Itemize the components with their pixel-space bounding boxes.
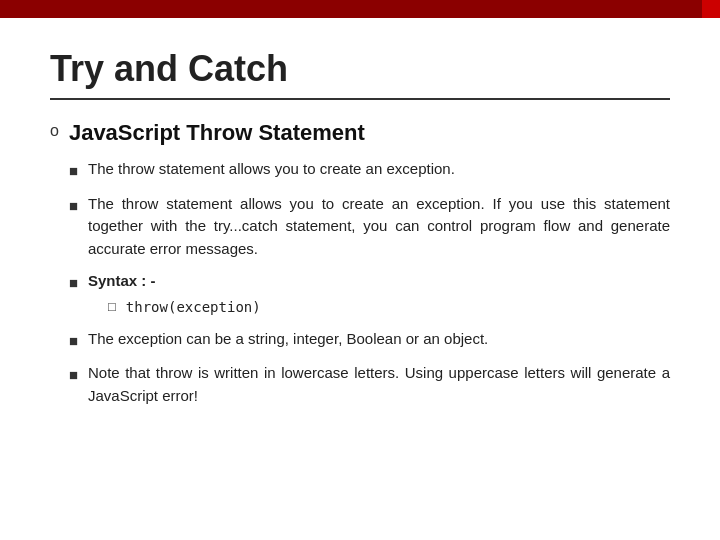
- outer-bullet: o: [50, 122, 59, 140]
- syntax-code: throw(exception): [126, 297, 261, 318]
- section-heading: JavaScript Throw Statement: [69, 120, 670, 146]
- slide-content: Try and Catch o JavaScript Throw Stateme…: [0, 18, 720, 437]
- list-item: ■ The throw statement allows you to crea…: [69, 158, 670, 183]
- bullet-icon-4: ■: [69, 330, 78, 353]
- bullet-icon-3: ■: [69, 272, 78, 295]
- list-item: ■ The exception can be a string, integer…: [69, 328, 670, 353]
- bullet-text-1: The throw statement allows you to create…: [88, 158, 670, 181]
- syntax-sub: □ throw(exception): [108, 297, 670, 318]
- list-item-syntax: ■ Syntax : - □ throw(exception): [69, 270, 670, 318]
- bullet-icon-1: ■: [69, 160, 78, 183]
- slide-title: Try and Catch: [50, 48, 670, 90]
- title-divider: [50, 98, 670, 100]
- syntax-label: Syntax : -: [88, 272, 156, 289]
- list-item: ■ Note that throw is written in lowercas…: [69, 362, 670, 407]
- bullet-icon-5: ■: [69, 364, 78, 387]
- top-bar-accent: [702, 0, 720, 18]
- bullet-list: ■ The throw statement allows you to crea…: [69, 158, 670, 407]
- bullet-text-syntax: Syntax : - □ throw(exception): [88, 270, 670, 318]
- bullet-text-5: Note that throw is written in lowercase …: [88, 362, 670, 407]
- syntax-sub-bullet: □: [108, 297, 116, 317]
- main-section: o JavaScript Throw Statement ■ The throw…: [50, 120, 670, 417]
- top-bar: [0, 0, 720, 18]
- bullet-text-4: The exception can be a string, integer, …: [88, 328, 670, 351]
- list-item: ■ The throw statement allows you to crea…: [69, 193, 670, 261]
- bullet-icon-2: ■: [69, 195, 78, 218]
- bullet-text-2: The throw statement allows you to create…: [88, 193, 670, 261]
- section-body: JavaScript Throw Statement ■ The throw s…: [69, 120, 670, 417]
